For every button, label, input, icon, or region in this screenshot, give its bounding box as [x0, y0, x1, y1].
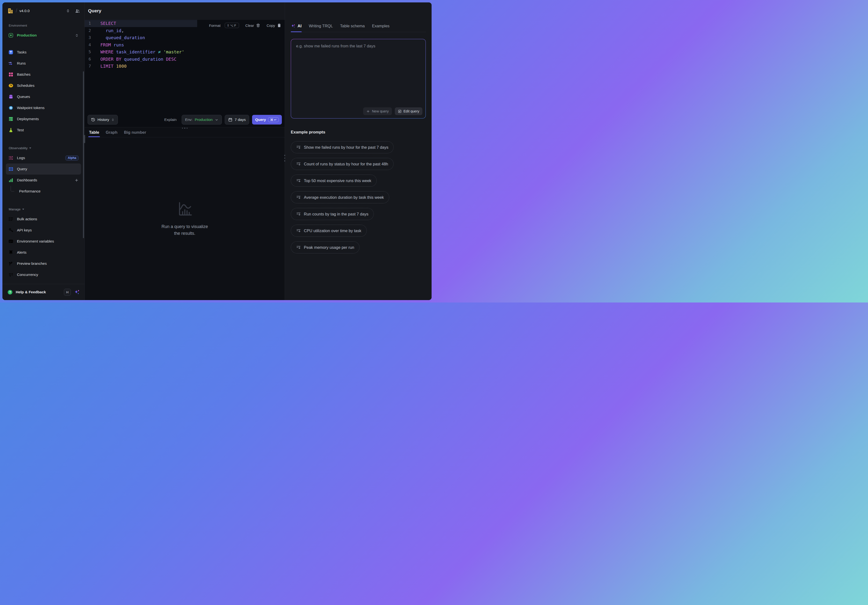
tab-graph[interactable]: Graph [106, 127, 118, 137]
plus-icon[interactable] [74, 178, 79, 182]
sidebar-item-alerts[interactable]: Alerts [6, 247, 81, 258]
prompt-pill-average-execution-duration-by-task-this-[interactable]: Average execution duration by task this … [291, 191, 389, 203]
sidebar-item-label: Environment variables [17, 239, 54, 243]
panel-resize-handle-vertical[interactable] [284, 155, 285, 161]
sidebar-item-test[interactable]: Test [6, 125, 81, 136]
code-line-6[interactable]: 6ORDER BY queued_duration DESC [85, 56, 285, 63]
code-line-7[interactable]: 7LIMIT 1000 [85, 63, 285, 70]
sidebar-item-performance[interactable]: Performance [6, 186, 81, 197]
batches-icon [8, 72, 14, 77]
tree-connector [11, 186, 14, 192]
prompt-pill-top-50-most-expensive-runs-this-week[interactable]: Top 50 most expensive runs this week [291, 175, 377, 187]
sidebar-item-environment-variables[interactable]: Environment variables [6, 236, 81, 247]
tab-ai[interactable]: AI [291, 23, 302, 28]
sidebar-item-api-keys[interactable]: API keys [6, 224, 81, 236]
trash-icon [256, 23, 260, 28]
help-icon: ? [7, 289, 13, 295]
sidebar-manage-list: Bulk actionsAPI keysEnvironment variable… [6, 214, 81, 280]
new-query-button[interactable]: New query [363, 107, 392, 115]
results-empty-state: Run a query to visualize the results. [85, 137, 285, 300]
explain-button[interactable]: Explain [164, 118, 177, 122]
sidebar-resize-handle[interactable] [84, 135, 85, 143]
edit-query-button[interactable]: Edit query [395, 107, 422, 115]
code-line-5[interactable]: 5WHERE task_identifier ≠ 'master' [85, 48, 285, 56]
help-feedback-button[interactable]: ? Help & Feedback H [2, 284, 84, 300]
code-line-3[interactable]: 3 queued_duration [85, 34, 285, 41]
org-selector[interactable]: / v4.0.0 [2, 2, 84, 19]
prompt-pill-cpu-utilization-over-time-by-task[interactable]: CPU utilization over time by task [291, 224, 367, 237]
sidebar: / v4.0.0 Environment Production TasksRun… [2, 2, 85, 300]
sidebar-item-logs[interactable]: LogsAlpha [6, 152, 81, 164]
members-icon[interactable] [75, 8, 80, 14]
test-icon [8, 127, 14, 133]
tab-table[interactable]: Table [89, 127, 99, 137]
code-text: SELECT [101, 21, 116, 26]
prompt-icon [296, 212, 301, 217]
prompt-pill-count-of-runs-by-status-by-hour-for-the-[interactable]: Count of runs by status by hour for the … [291, 158, 394, 170]
sidebar-item-schedules[interactable]: Schedules [6, 80, 81, 91]
prompt-icon [296, 161, 301, 166]
sidebar-item-bulk-actions[interactable]: Bulk actions [6, 214, 81, 224]
code-text: run_id, [101, 28, 124, 33]
tab-big-number[interactable]: Big number [124, 127, 146, 137]
sidebar-item-queues[interactable]: Queues [6, 91, 81, 102]
ai-prompt-input[interactable] [291, 39, 426, 118]
line-number: 1 [85, 21, 91, 26]
prompt-pill-show-me-failed-runs-by-hour-for-the-past[interactable]: Show me failed runs by hour for the past… [291, 141, 394, 153]
environment-selector[interactable]: Production [6, 30, 81, 41]
prompt-label: Run counts by tag in the past 7 days [304, 212, 369, 217]
code-text: WHERE task_identifier ≠ 'master' [101, 50, 184, 54]
run-query-button[interactable]: Query ⌘ ↵ [252, 115, 282, 125]
tab-label: Writing TRQL [309, 24, 333, 28]
sidebar-item-label: Schedules [17, 84, 34, 88]
ai-panel: AIWriting TRQLTable schemaExamples New q… [285, 2, 432, 300]
sql-editor[interactable]: 1SELECT2 run_id,3 queued_duration4FROM r… [85, 20, 285, 127]
sidebar-item-query[interactable]: Query [6, 164, 81, 175]
tab-table-schema[interactable]: Table schema [340, 24, 365, 28]
tab-writing-trql[interactable]: Writing TRQL [309, 24, 333, 28]
run-shortcut-badge: ⌘ ↵ [268, 117, 279, 122]
sparkles-icon[interactable] [74, 289, 80, 295]
concurrency-icon [8, 272, 14, 277]
chevron-updown-icon [111, 118, 115, 121]
code-line-4[interactable]: 4FROM runs [85, 41, 285, 49]
alpha-badge: Alpha [65, 155, 79, 161]
queues-icon [8, 94, 14, 99]
date-range-button[interactable]: 7 days [225, 115, 249, 125]
format-button[interactable]: Format ⇧⌥F [209, 23, 239, 28]
line-number: 3 [85, 35, 91, 40]
history-button[interactable]: History [88, 115, 118, 125]
observability-section-label[interactable]: Observability [9, 146, 81, 150]
prompt-pill-peak-memory-usage-per-run[interactable]: Peak memory usage per run [291, 241, 360, 254]
prompt-pill-run-counts-by-tag-in-the-past-7-days[interactable]: Run counts by tag in the past 7 days [291, 208, 374, 220]
copy-button[interactable]: Copy [267, 23, 281, 28]
sidebar-item-dashboards[interactable]: Dashboards [6, 175, 81, 186]
breadcrumb-slash: / [16, 8, 17, 14]
sidebar-item-label: Query [17, 167, 27, 171]
code-text: LIMIT 1000 [101, 63, 127, 69]
manage-section-label[interactable]: Manage [9, 207, 81, 211]
key-icon [8, 227, 14, 233]
sidebar-item-label: API keys [17, 228, 32, 232]
plus-icon [366, 110, 370, 113]
caret-down-icon [22, 209, 24, 210]
sidebar-item-deployments[interactable]: Deployments [6, 113, 81, 125]
sidebar-item-preview-branches[interactable]: Preview branches [6, 258, 81, 269]
tab-examples[interactable]: Examples [372, 24, 389, 28]
sidebar-item-batches[interactable]: Batches [6, 69, 81, 80]
line-number: 5 [85, 50, 91, 54]
editor-footer: History Explain Env: Production 7 days [85, 112, 285, 127]
sidebar-item-waitpoint-tokens[interactable]: Waitpoint tokens [6, 102, 81, 113]
environment-dropdown[interactable]: Env: Production [182, 115, 222, 125]
sidebar-item-runs[interactable]: Runs [6, 58, 81, 69]
sidebar-scrollbar[interactable] [83, 71, 84, 238]
chevron-updown-icon[interactable] [66, 9, 70, 13]
panel-resize-handle[interactable] [182, 128, 188, 129]
sidebar-item-concurrency[interactable]: Concurrency [6, 269, 81, 280]
pencil-icon [398, 110, 401, 113]
environment-icon [8, 32, 14, 38]
example-prompts-heading: Example prompts [291, 130, 426, 135]
clear-button[interactable]: Clear [245, 23, 260, 28]
sidebar-item-tasks[interactable]: Tasks [6, 46, 81, 58]
clipboard-icon [277, 23, 281, 28]
